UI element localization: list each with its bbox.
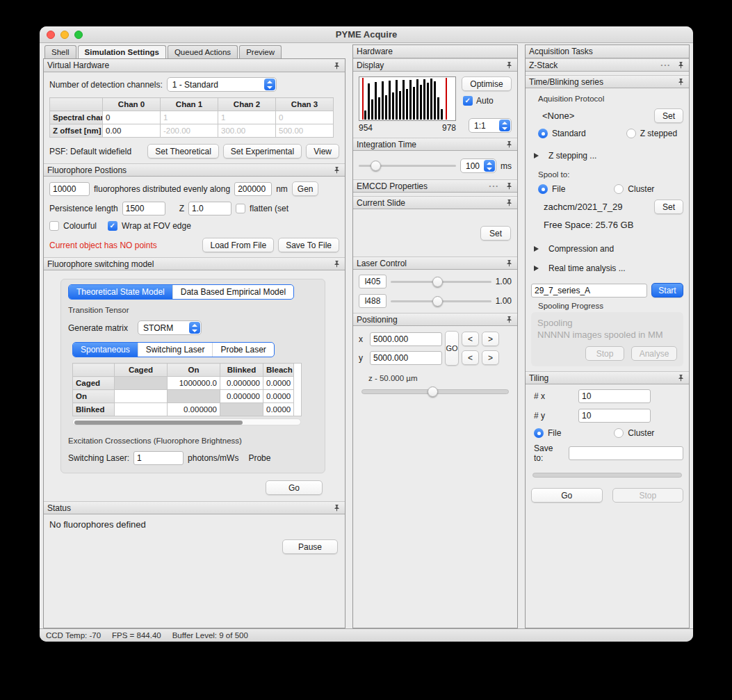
pin-icon[interactable] (332, 259, 341, 268)
x-step-down-button[interactable]: < (462, 332, 479, 346)
stop-spooling-button[interactable]: Stop (585, 346, 624, 361)
tab-preview[interactable]: Preview (239, 45, 282, 58)
matrix-cell[interactable]: 1000000.0 (168, 377, 220, 390)
series-name-input[interactable] (531, 284, 647, 298)
pin-icon[interactable] (505, 181, 514, 190)
tab-probe-laser[interactable]: Probe Laser (212, 343, 273, 357)
tab-shell[interactable]: Shell (44, 45, 76, 58)
go-position-button[interactable]: GO (445, 331, 459, 366)
pause-button[interactable]: Pause (282, 539, 338, 554)
integration-time-select[interactable]: 100 (460, 158, 496, 173)
laser-488-field[interactable]: l488 (359, 294, 387, 308)
laser-405-field[interactable]: l405 (359, 275, 387, 288)
set-slide-button[interactable]: Set (480, 226, 511, 241)
matrix-vscrollbar[interactable] (294, 363, 302, 416)
tab-spontaneous[interactable]: Spontaneous (73, 343, 138, 357)
view-psf-button[interactable]: View (306, 144, 339, 158)
pin-icon[interactable] (332, 165, 341, 174)
x-step-up-button[interactable]: > (482, 332, 499, 346)
matrix-cell[interactable]: 0.0000 (263, 390, 294, 403)
tiling-slider[interactable] (532, 471, 682, 480)
tiling-cluster-radio[interactable] (614, 428, 624, 438)
laser-488-slider-thumb[interactable] (432, 296, 443, 307)
analyse-button[interactable]: Analyse (631, 346, 677, 361)
extent-input[interactable] (234, 182, 272, 196)
set-experimental-button[interactable]: Set Experimental (223, 144, 302, 158)
integration-time-slider-thumb[interactable] (371, 161, 381, 171)
colourful-checkbox[interactable] (49, 221, 59, 231)
matrix-cell[interactable]: 0.000000 (220, 377, 263, 390)
save-to-input[interactable] (569, 446, 683, 460)
minimize-window-button[interactable] (60, 31, 69, 39)
compression-disclosure-icon[interactable] (534, 246, 539, 252)
flatten-checkbox[interactable] (236, 204, 245, 213)
z-offset-0-cell[interactable]: 0.00 (103, 124, 161, 138)
detection-channels-select[interactable]: 1 - Standard (167, 77, 277, 92)
generate-matrix-select[interactable]: STORM (138, 320, 202, 335)
z-stepped-radio[interactable] (626, 129, 636, 138)
tiling-x-input[interactable] (578, 389, 651, 403)
pin-icon[interactable] (505, 140, 514, 149)
tab-theoretical-state-model[interactable]: Theoretical State Model (69, 285, 172, 299)
matrix-cell[interactable]: 0.0000 (263, 403, 294, 416)
matrix-cell[interactable]: 0.000000 (220, 390, 263, 403)
set-spool-dir-button[interactable]: Set (654, 200, 683, 214)
pin-icon[interactable] (332, 503, 341, 512)
tiling-stop-button[interactable]: Stop (612, 488, 684, 503)
pin-icon[interactable] (676, 373, 685, 382)
fluorophore-count-input[interactable] (49, 182, 90, 196)
ms-label: ms (501, 161, 512, 171)
start-button[interactable]: Start (651, 283, 683, 298)
matrix-hscrollbar[interactable] (72, 418, 301, 425)
histogram-max-line[interactable] (446, 78, 447, 120)
tiling-file-radio[interactable] (534, 428, 544, 438)
tab-queued-actions[interactable]: Queued Actions (168, 45, 238, 58)
y-step-up-button[interactable]: > (482, 350, 499, 365)
pin-icon[interactable] (332, 61, 341, 70)
persistence-input[interactable] (122, 202, 165, 215)
pin-icon[interactable] (676, 60, 685, 70)
set-protocol-button[interactable]: Set (654, 108, 683, 123)
tab-simulation-settings[interactable]: Simulation Settings (78, 45, 166, 58)
pin-icon[interactable] (505, 60, 514, 70)
optimise-button[interactable]: Optimise (462, 76, 512, 91)
matrix-cell[interactable] (115, 403, 168, 416)
realtime-analysis-disclosure-icon[interactable] (534, 266, 539, 271)
x-position-input[interactable] (370, 332, 442, 346)
go-button[interactable]: Go (266, 480, 323, 495)
spool-cluster-radio[interactable] (614, 184, 624, 194)
y-position-input[interactable] (370, 351, 442, 365)
set-theoretical-button[interactable]: Set Theoretical (147, 144, 219, 158)
save-to-file-button[interactable]: Save To File (278, 238, 339, 252)
z-scale-input[interactable] (188, 202, 231, 215)
auto-checkbox[interactable] (463, 96, 473, 106)
spectral-chan-0-cell[interactable]: 0 (103, 111, 161, 124)
pin-icon[interactable] (505, 315, 514, 324)
matrix-cell[interactable] (115, 390, 168, 403)
pin-icon[interactable] (505, 259, 514, 268)
tiling-go-button[interactable]: Go (531, 488, 603, 503)
y-step-down-button[interactable]: < (462, 350, 479, 365)
tab-switching-laser[interactable]: Switching Laser (138, 343, 213, 357)
zoom-window-button[interactable] (74, 31, 83, 39)
histogram-min-line[interactable] (362, 78, 364, 120)
tiling-y-input[interactable] (578, 409, 651, 423)
wrap-fov-checkbox[interactable] (108, 221, 117, 231)
zoom-select[interactable]: 1:1 (469, 118, 512, 133)
spool-file-radio[interactable] (538, 184, 548, 194)
pin-icon[interactable] (676, 77, 685, 86)
compression-label: Compression and (548, 244, 614, 254)
matrix-cell[interactable]: 0.000000 (168, 403, 220, 416)
pin-icon[interactable] (505, 198, 514, 207)
z-stepping-disclosure-icon[interactable] (534, 153, 539, 158)
matrix-hscrollbar-thumb[interactable] (74, 421, 243, 425)
generate-button[interactable]: Gen (292, 181, 319, 196)
laser-405-slider-thumb[interactable] (432, 277, 443, 287)
tab-data-based-empirical-model[interactable]: Data Based Empirical Model (172, 285, 293, 299)
standard-radio[interactable] (538, 129, 548, 138)
matrix-cell[interactable]: 0.0000 (263, 377, 294, 390)
load-from-file-button[interactable]: Load From File (202, 238, 274, 252)
switching-laser-input[interactable] (133, 451, 184, 465)
z-position-slider-thumb[interactable] (428, 386, 438, 397)
close-window-button[interactable] (47, 31, 55, 39)
